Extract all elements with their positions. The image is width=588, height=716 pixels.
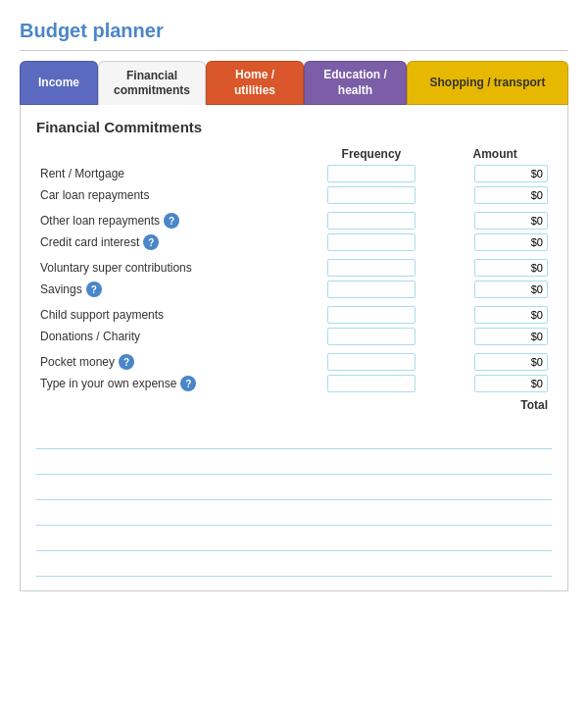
amount-cell <box>438 253 552 279</box>
col-header-frequency: Frequency <box>305 145 439 163</box>
total-freq-empty <box>305 394 439 414</box>
row-label: Donations / Charity <box>36 326 305 347</box>
amount-cell <box>438 300 552 326</box>
freq-cell <box>305 279 439 300</box>
blank-line <box>36 504 552 526</box>
blank-lines-section <box>36 428 552 577</box>
amount-cell <box>438 326 552 347</box>
frequency-input[interactable] <box>327 328 416 345</box>
frequency-input[interactable] <box>327 353 416 371</box>
amount-cell <box>438 347 552 373</box>
budget-table: Frequency Amount Rent / MortgageCar loan… <box>36 145 552 414</box>
tab-shopping[interactable]: Shopping / transport <box>407 61 568 105</box>
amount-cell <box>438 279 552 300</box>
blank-line <box>36 453 552 475</box>
help-icon[interactable]: ? <box>143 234 159 250</box>
help-icon[interactable]: ? <box>164 213 179 229</box>
amount-input[interactable] <box>474 212 548 230</box>
tab-income[interactable]: Income <box>20 61 98 105</box>
freq-cell <box>305 373 439 394</box>
col-header-label <box>36 145 305 163</box>
help-icon[interactable]: ? <box>119 354 134 370</box>
title-divider <box>20 50 568 51</box>
row-label: Rent / Mortgage <box>36 163 305 184</box>
page-title: Budget planner <box>20 20 568 42</box>
amount-cell <box>438 206 552 231</box>
amount-input[interactable] <box>474 281 548 298</box>
frequency-input[interactable] <box>327 375 416 392</box>
help-icon[interactable]: ? <box>86 281 102 297</box>
total-value: Total <box>438 394 552 414</box>
amount-cell <box>438 231 552 253</box>
section-title: Financial Commitments <box>36 119 552 135</box>
tab-education[interactable]: Education / health <box>304 61 407 105</box>
amount-input[interactable] <box>474 186 548 204</box>
tab-financial[interactable]: Financial commitments <box>98 61 206 105</box>
row-label: Child support payments <box>36 300 305 326</box>
blank-line <box>36 479 552 500</box>
amount-cell <box>438 373 552 394</box>
freq-cell <box>305 206 439 231</box>
tab-bar: Income Financial commitments Home / util… <box>20 61 568 105</box>
amount-input[interactable] <box>474 353 548 371</box>
row-label: Pocket money? <box>36 347 305 373</box>
amount-input[interactable] <box>474 233 548 251</box>
frequency-input[interactable] <box>327 165 416 182</box>
row-label: Voluntary super contributions <box>36 253 305 279</box>
row-label: Savings? <box>36 279 305 300</box>
freq-cell <box>305 231 439 253</box>
row-label: Other loan repayments? <box>36 206 305 231</box>
row-label: Car loan repayments <box>36 184 305 206</box>
total-label-empty <box>36 394 305 414</box>
freq-cell <box>305 184 439 206</box>
blank-line <box>36 530 552 551</box>
amount-cell <box>438 163 552 184</box>
row-label: Credit card interest? <box>36 231 305 253</box>
freq-cell <box>305 300 439 326</box>
freq-cell <box>305 326 439 347</box>
frequency-input[interactable] <box>327 281 416 298</box>
amount-input[interactable] <box>474 306 548 324</box>
frequency-input[interactable] <box>327 233 416 251</box>
freq-cell <box>305 163 439 184</box>
content-area: Financial Commitments Frequency Amount R… <box>20 105 568 591</box>
frequency-input[interactable] <box>327 212 416 230</box>
blank-line <box>36 555 552 577</box>
help-icon[interactable]: ? <box>180 376 196 391</box>
frequency-input[interactable] <box>327 306 416 324</box>
amount-cell <box>438 184 552 206</box>
frequency-input[interactable] <box>327 259 416 277</box>
amount-input[interactable] <box>474 375 548 392</box>
freq-cell <box>305 347 439 373</box>
tab-home[interactable]: Home / utilities <box>206 61 304 105</box>
amount-input[interactable] <box>474 328 548 345</box>
row-label: Type in your own expense? <box>36 373 305 394</box>
frequency-input[interactable] <box>327 186 416 204</box>
freq-cell <box>305 253 439 279</box>
blank-line <box>36 428 552 449</box>
amount-input[interactable] <box>474 259 548 277</box>
col-header-amount: Amount <box>438 145 552 163</box>
amount-input[interactable] <box>474 165 548 182</box>
